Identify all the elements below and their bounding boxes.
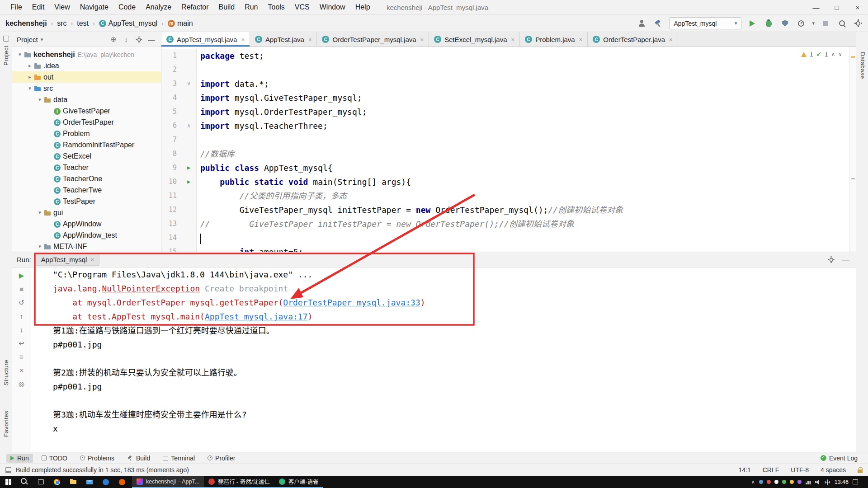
menu-help[interactable]: Help xyxy=(350,3,375,11)
menu-window[interactable]: Window xyxy=(315,3,350,11)
tab-close-icon[interactable]: × xyxy=(420,36,424,43)
toolwindow-button-profiler[interactable]: Profiler xyxy=(203,454,239,463)
tab-close-icon[interactable]: × xyxy=(669,36,673,43)
tree-item-idea[interactable]: ▸.idea xyxy=(12,60,161,71)
next-problem-icon[interactable]: ∨ xyxy=(838,51,842,57)
tree-item-meta-inf[interactable]: ▾META-INF xyxy=(12,241,161,252)
stacktrace-link[interactable]: OrderTestPaper_mysql.java:33 xyxy=(283,298,420,307)
maximize-button[interactable]: □ xyxy=(826,0,847,14)
chevron-down-icon[interactable]: ▾ xyxy=(36,97,44,103)
settings-button[interactable] xyxy=(853,18,863,29)
start-icon[interactable] xyxy=(0,476,16,488)
toolwindow-button-todo[interactable]: TODO xyxy=(38,454,71,463)
menu-edit[interactable]: Edit xyxy=(27,3,50,11)
hide-run-panel-icon[interactable]: — xyxy=(840,256,851,264)
error-stripe[interactable] xyxy=(849,47,856,252)
explorer-icon[interactable] xyxy=(65,476,81,488)
firefox-icon[interactable] xyxy=(114,476,130,488)
tree-item-appwindow-test[interactable]: CAppWindow_test xyxy=(12,230,161,241)
close-button[interactable]: × xyxy=(847,0,868,14)
fold-up-icon[interactable]: ∧ xyxy=(181,119,197,133)
hide-panel-icon[interactable]: — xyxy=(146,34,156,44)
line-ending[interactable]: CRLF xyxy=(763,466,779,474)
menu-vcs[interactable]: VCS xyxy=(290,3,315,11)
tree-item-ordertestpaper[interactable]: COrderTestPaper xyxy=(12,117,161,128)
profiler-button[interactable] xyxy=(796,18,807,29)
collapse-all-icon[interactable]: ↕ xyxy=(121,34,131,44)
mail-icon[interactable] xyxy=(81,476,98,488)
line-number[interactable]: 7 xyxy=(161,133,181,147)
tree-item-data[interactable]: ▾data xyxy=(12,94,161,105)
tree-item-testpaper[interactable]: CTestPaper xyxy=(12,196,161,207)
tray-app-icon[interactable] xyxy=(797,480,802,484)
taskbar-window-item[interactable]: 琵琶行 - 奇然/沈谧仁 xyxy=(204,476,274,488)
editor-tab-ordertestpaper-mysql-java[interactable]: COrderTestPaper_mysql.java× xyxy=(317,32,429,47)
run-settings-icon[interactable] xyxy=(826,255,836,265)
print-icon[interactable]: ≡ xyxy=(19,353,24,360)
build-button[interactable] xyxy=(653,18,664,29)
tab-close-icon[interactable]: × xyxy=(308,36,312,43)
toolwindow-button-problems[interactable]: Problems xyxy=(76,454,118,463)
line-number[interactable]: 2 xyxy=(161,63,181,77)
tree-item-givetestpaper[interactable]: IGiveTestPaper xyxy=(12,105,161,117)
run-button[interactable] xyxy=(747,18,758,29)
prev-problem-icon[interactable]: ∧ xyxy=(831,51,835,57)
tree-item-ramdominittestpaper[interactable]: CRamdomInitTestPaper xyxy=(12,139,161,150)
stripe-project[interactable]: Project xyxy=(3,46,9,66)
chevron-down-icon[interactable]: ▾ xyxy=(26,85,34,91)
clock[interactable]: 13:46 xyxy=(835,479,849,485)
inspections-widget[interactable]: 1 ✓ 1 ∧ ∨ xyxy=(801,51,842,58)
tab-close-icon[interactable]: × xyxy=(241,36,245,43)
tree-item-teacher[interactable]: CTeacher xyxy=(12,162,161,173)
file-encoding[interactable]: UTF-8 xyxy=(791,466,809,474)
tree-item-kechensheji[interactable]: ▾kechenshejiE:\java_play\kechen xyxy=(12,49,161,60)
line-number[interactable]: 4 xyxy=(161,91,181,105)
search-everywhere-button[interactable] xyxy=(836,18,847,29)
caret-position[interactable]: 14:1 xyxy=(738,466,750,474)
breadcrumb-main[interactable]: mmain xyxy=(167,19,194,28)
tree-item-teacherone[interactable]: CTeacherOne xyxy=(12,173,161,184)
run-line-icon[interactable]: ▶ xyxy=(181,161,197,175)
taskbar-window-item[interactable]: 客户端·语雀 xyxy=(274,476,323,488)
stripe-structure[interactable]: Structure xyxy=(3,360,9,385)
network-icon[interactable] xyxy=(806,480,811,484)
run-config-select[interactable]: AppTest_mysql ▾ xyxy=(669,17,741,29)
tray-app-icon[interactable] xyxy=(782,480,786,484)
tab-close-icon[interactable]: × xyxy=(511,36,515,43)
line-number[interactable]: 11 xyxy=(161,189,181,203)
panel-settings-icon[interactable] xyxy=(134,34,144,44)
lock-icon[interactable] xyxy=(858,469,863,473)
scroll-up-icon[interactable]: ↑ xyxy=(20,313,24,319)
pin-icon[interactable]: ◎ xyxy=(19,380,24,387)
coverage-button[interactable] xyxy=(779,18,790,29)
tree-item-gui[interactable]: ▾gui xyxy=(12,207,161,218)
editor-tab-ordertestpaper-java[interactable]: COrderTestPaper.java× xyxy=(588,32,678,47)
tree-item-problem[interactable]: CProblem xyxy=(12,128,161,139)
tray-app-icon[interactable] xyxy=(759,480,763,484)
toolwindow-button-event-log[interactable]: Event Log xyxy=(816,454,862,463)
close-icon[interactable]: × xyxy=(90,256,94,263)
menu-run[interactable]: Run xyxy=(240,3,263,11)
stacktrace-link[interactable]: AppTest_mysql.java:17 xyxy=(205,312,308,321)
more-run-options-icon[interactable]: ▾ xyxy=(812,20,815,26)
tree-item-src[interactable]: ▾src xyxy=(12,83,161,94)
edge-icon[interactable] xyxy=(98,476,114,488)
chevron-right-icon[interactable]: ▸ xyxy=(26,63,34,69)
tree-item-appwindow[interactable]: CAppWindow xyxy=(12,218,161,230)
line-number[interactable]: 9 xyxy=(161,161,181,175)
tree-item-setexcel[interactable]: CSetExcel xyxy=(12,150,161,162)
search-icon[interactable] xyxy=(16,476,33,488)
toolwindow-button-terminal[interactable]: Terminal xyxy=(159,454,199,463)
chevron-down-icon[interactable]: ▾ xyxy=(36,244,44,249)
editor-tab-problem-java[interactable]: CProblem.java× xyxy=(520,32,588,47)
tray-app-icon[interactable] xyxy=(774,480,778,484)
project-panel-title[interactable]: Project xyxy=(17,36,38,43)
chevron-up-icon[interactable]: ∧ xyxy=(751,479,755,485)
fold-down-icon[interactable]: ∨ xyxy=(181,77,197,91)
tray-app-icon[interactable] xyxy=(767,480,771,484)
locate-file-icon[interactable]: ⊕ xyxy=(108,34,118,44)
menu-analyze[interactable]: Analyze xyxy=(141,3,176,11)
line-number[interactable]: 12 xyxy=(161,203,181,217)
chevron-down-icon[interactable]: ▾ xyxy=(41,37,43,42)
chevron-down-icon[interactable]: ▾ xyxy=(16,52,24,57)
